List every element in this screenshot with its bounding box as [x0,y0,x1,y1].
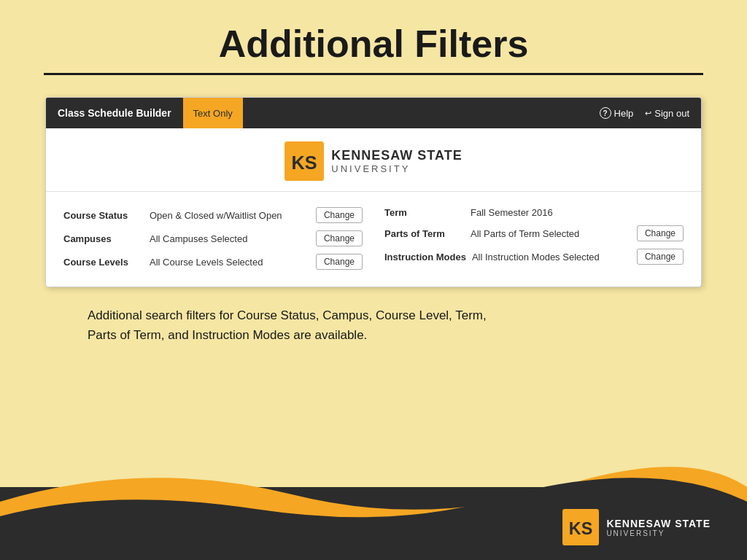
app-header-left: Class Schedule Builder Text Only [46,98,243,128]
campuses-change-button[interactable]: Change [316,230,363,246]
app-header-right: ? Help ↩ Sign out [600,107,701,119]
parts-of-term-value: All Parts of Term Selected [471,228,631,239]
instruction-modes-label: Instruction Modes [384,252,466,262]
filters-left: Course Status Open & Closed w/Waitlist O… [63,203,363,273]
filter-row-parts-of-term: Parts of Term All Parts of Term Selected… [384,222,684,245]
bottom-logo: KS KENNESAW STATE UNIVERSITY [562,509,711,545]
svg-text:KS: KS [569,519,592,538]
term-value: Fall Semester 2016 [471,207,684,218]
filter-row-campuses: Campuses All Campuses Selected Change [63,227,363,250]
svg-text:KS: KS [292,152,317,173]
main-content: Additional Filters Class Schedule Builde… [0,0,747,359]
course-status-label: Course Status [63,210,144,221]
filters-area: Course Status Open & Closed w/Waitlist O… [46,192,701,287]
description-line1: Additional search filters for Course Sta… [88,306,659,325]
bottom-ksu-university: UNIVERSITY [606,529,711,537]
sign-out-label: Sign out [654,108,689,119]
filters-right: Term Fall Semester 2016 Parts of Term Al… [384,203,684,273]
signout-icon: ↩ [645,109,651,118]
bottom-ksu-name: KENNESAW STATE [606,518,711,529]
filters-grid: Course Status Open & Closed w/Waitlist O… [63,203,684,273]
ksu-university: UNIVERSITY [331,163,462,174]
help-icon: ? [600,107,611,119]
app-brand: Class Schedule Builder [46,98,183,128]
course-status-value: Open & Closed w/Waitlist Open [150,210,310,221]
course-levels-label: Course Levels [63,257,144,268]
bottom-ksu-icon: KS [562,509,599,545]
term-label: Term [384,207,465,218]
filter-row-term: Term Fall Semester 2016 [384,203,684,222]
campuses-value: All Campuses Selected [150,233,310,244]
page-title: Additional Filters [44,22,703,66]
course-status-change-button[interactable]: Change [316,207,363,223]
description-line2: Parts of Term, and Instruction Modes are… [88,325,659,345]
description-text: Additional search filters for Course Sta… [44,306,703,345]
ksu-logo-icon: KS [285,141,324,181]
filter-row-course-status: Course Status Open & Closed w/Waitlist O… [63,203,363,227]
instruction-modes-value: All Instruction Modes Selected [472,252,631,262]
filter-row-course-levels: Course Levels All Course Levels Selected… [63,250,363,273]
course-levels-change-button[interactable]: Change [316,254,363,270]
instruction-modes-change-button[interactable]: Change [637,249,684,265]
ksu-logo-text: KENNESAW STATE UNIVERSITY [331,148,462,174]
app-window: Class Schedule Builder Text Only ? Help … [45,97,702,287]
ksu-logo-area: KS KENNESAW STATE UNIVERSITY [46,128,701,192]
sign-out-link[interactable]: ↩ Sign out [645,108,689,119]
course-levels-value: All Course Levels Selected [150,257,310,268]
ksu-name: KENNESAW STATE [331,148,462,163]
parts-of-term-change-button[interactable]: Change [637,225,684,241]
text-only-button[interactable]: Text Only [183,98,243,128]
title-underline [44,73,703,75]
campuses-label: Campuses [63,233,144,244]
parts-of-term-label: Parts of Term [384,228,465,239]
help-label: Help [614,108,634,119]
app-header: Class Schedule Builder Text Only ? Help … [46,98,701,128]
help-link[interactable]: ? Help [600,107,634,119]
filter-row-instruction-modes: Instruction Modes All Instruction Modes … [384,245,684,268]
bottom-ksu-text: KENNESAW STATE UNIVERSITY [606,518,711,537]
